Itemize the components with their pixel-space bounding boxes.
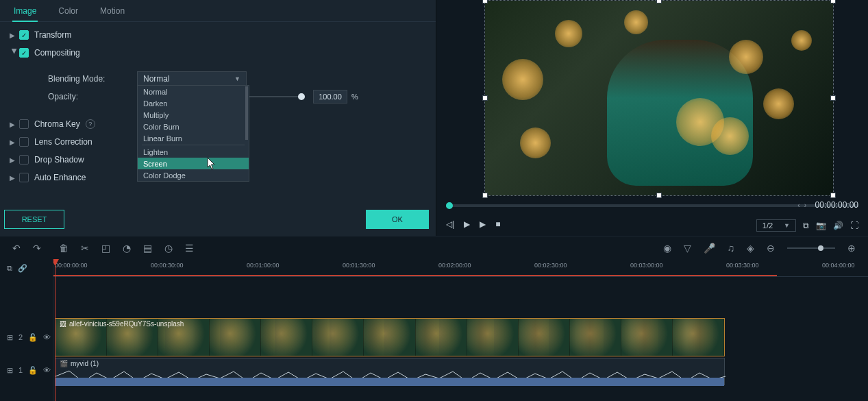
play-icon[interactable]: ▶ [464, 219, 470, 229]
render-icon[interactable]: ◉ [663, 243, 671, 254]
blend-option-multiply[interactable]: Multiply [138, 109, 249, 121]
chevron-right-icon: ▶ [10, 174, 19, 182]
resize-handle[interactable] [482, 0, 488, 3]
mic-icon[interactable]: 🎤 [704, 243, 715, 254]
fullscreen-icon[interactable]: ⛶ [850, 221, 858, 230]
ruler-tick: 00:01:00:00 [247, 262, 280, 269]
speed-icon[interactable]: ◷ [164, 243, 173, 254]
blending-mode-select[interactable]: Normal ▼ [137, 71, 247, 86]
resize-handle[interactable] [830, 95, 836, 101]
resize-handle[interactable] [656, 0, 662, 3]
marker-icon[interactable]: ▽ [684, 243, 691, 254]
undo-icon[interactable]: ↶ [12, 243, 21, 254]
timeline-clip-video[interactable]: 🎬myvid (1) [55, 358, 725, 385]
track-visibility-icon[interactable]: 👁 [43, 366, 51, 374]
mixer-icon[interactable]: ♫ [728, 243, 735, 254]
blend-option-darken[interactable]: Darken [138, 97, 249, 109]
scrub-bar[interactable] [446, 204, 858, 207]
timecode-display: 00:00:00:00 [815, 200, 858, 210]
help-icon[interactable]: ? [86, 119, 95, 129]
clip-label: 🖼allef-vinicius-s59eRQuY7Ss-unsplash [60, 320, 184, 328]
chevron-right-icon: ▶ [10, 121, 19, 128]
preview-quality-select[interactable]: 1/2▼ [756, 219, 796, 232]
timeline-clip-image[interactable]: 🖼allef-vinicius-s59eRQuY7Ss-unsplash [55, 318, 725, 356]
play-forward-icon[interactable]: ▶ [480, 219, 486, 229]
track-lock-icon[interactable]: 🔓 [28, 366, 38, 375]
reset-button[interactable]: RESET [4, 210, 64, 229]
keyframe-icon[interactable]: ◈ [747, 243, 754, 254]
prop-transform[interactable]: ▶ ✓ Transform [0, 26, 436, 44]
drop-shadow-label: Drop Shadow [34, 155, 84, 165]
tab-motion[interactable]: Motion [100, 1, 125, 21]
zoom-slider[interactable] [787, 247, 835, 249]
timeline-ruler[interactable]: 00:00:00:00 00:00:30:00 00:01:00:00 00:0… [53, 259, 868, 277]
redo-icon[interactable]: ↷ [33, 243, 41, 254]
chevron-down-icon: ▼ [234, 75, 240, 82]
track-lock-icon[interactable]: 🔓 [28, 333, 38, 342]
prop-compositing[interactable]: ▶ ✓ Compositing [0, 44, 436, 62]
checkbox-drop-shadow[interactable] [19, 155, 29, 165]
chevron-down-icon: ▶ [11, 48, 18, 58]
blending-mode-dropdown[interactable]: Normal Darken Multiply Color Burn Linear… [137, 85, 249, 182]
blending-mode-value: Normal [143, 74, 170, 84]
ruler-tick: 00:00:00:00 [55, 262, 88, 269]
zoom-in-icon[interactable]: ⊕ [847, 243, 856, 254]
percent-label: % [351, 93, 358, 101]
volume-icon[interactable]: 🔊 [833, 221, 843, 230]
zoom-out-icon[interactable]: ⊖ [767, 243, 775, 254]
blend-option-screen[interactable]: Screen [138, 158, 249, 169]
dropdown-scrollbar[interactable] [245, 86, 248, 140]
chroma-key-label: Chroma Key [34, 119, 80, 129]
ruler-tick: 00:04:00:00 [822, 262, 855, 269]
opacity-value-input[interactable]: 100.00 [313, 90, 347, 104]
blend-option-color-dodge[interactable]: Color Dodge [138, 169, 249, 181]
crop-icon[interactable]: ◰ [101, 243, 110, 254]
blend-option-linear-burn[interactable]: Linear Burn [138, 132, 249, 144]
track-header-icon[interactable]: ⊞ [7, 366, 13, 375]
color-icon[interactable]: ◔ [123, 243, 131, 254]
preview-viewport[interactable] [484, 0, 834, 196]
chevron-down-icon: ▼ [784, 222, 790, 229]
prev-frame-icon[interactable]: ‹ [797, 202, 799, 209]
checkbox-lens-correction[interactable] [19, 137, 29, 147]
stop-icon[interactable]: ■ [495, 219, 500, 229]
ruler-tick: 00:00:30:00 [151, 262, 184, 269]
settings-icon[interactable]: ☰ [185, 243, 194, 254]
resize-handle[interactable] [830, 0, 836, 3]
tab-color[interactable]: Color [58, 1, 78, 21]
track-header-icon[interactable]: ⊞ [7, 333, 13, 342]
compare-icon[interactable]: ⧉ [803, 221, 809, 230]
checkbox-transform[interactable]: ✓ [19, 30, 29, 40]
checkbox-chroma-key[interactable] [19, 119, 29, 129]
resize-handle[interactable] [482, 95, 488, 101]
resize-handle[interactable] [482, 193, 488, 198]
scrub-thumb[interactable] [446, 202, 453, 209]
delete-icon[interactable]: 🗑 [59, 243, 69, 254]
next-frame-icon[interactable]: › [804, 202, 806, 209]
text-icon[interactable]: ▤ [143, 243, 152, 254]
opacity-slider-thumb[interactable] [298, 93, 305, 100]
tab-image[interactable]: Image [14, 1, 36, 21]
resize-handle[interactable] [656, 193, 662, 198]
track-visibility-icon[interactable]: 👁 [43, 333, 51, 341]
snapshot-icon[interactable]: 📷 [816, 221, 826, 230]
ruler-tick: 00:01:30:00 [343, 262, 375, 269]
ok-button[interactable]: OK [366, 210, 429, 229]
blend-option-lighten[interactable]: Lighten [138, 146, 249, 158]
ruler-redline [53, 275, 777, 276]
track-number: 1 [18, 366, 23, 374]
preview-image [485, 1, 833, 195]
blend-option-normal[interactable]: Normal [138, 86, 249, 97]
skip-back-icon[interactable]: ◁| [446, 219, 454, 229]
link-icon[interactable]: 🔗 [18, 264, 27, 273]
track-number: 2 [18, 333, 23, 341]
resize-handle[interactable] [830, 193, 836, 198]
checkbox-compositing[interactable]: ✓ [19, 48, 29, 58]
snap-icon[interactable]: ⧉ [7, 264, 12, 273]
chevron-right-icon: ▶ [10, 156, 19, 164]
compositing-label: Compositing [34, 48, 80, 58]
checkbox-auto-enhance[interactable] [19, 173, 29, 182]
blend-option-color-burn[interactable]: Color Burn [138, 121, 249, 132]
cut-icon[interactable]: ✂ [81, 243, 89, 254]
timeline-playhead[interactable] [55, 259, 55, 401]
